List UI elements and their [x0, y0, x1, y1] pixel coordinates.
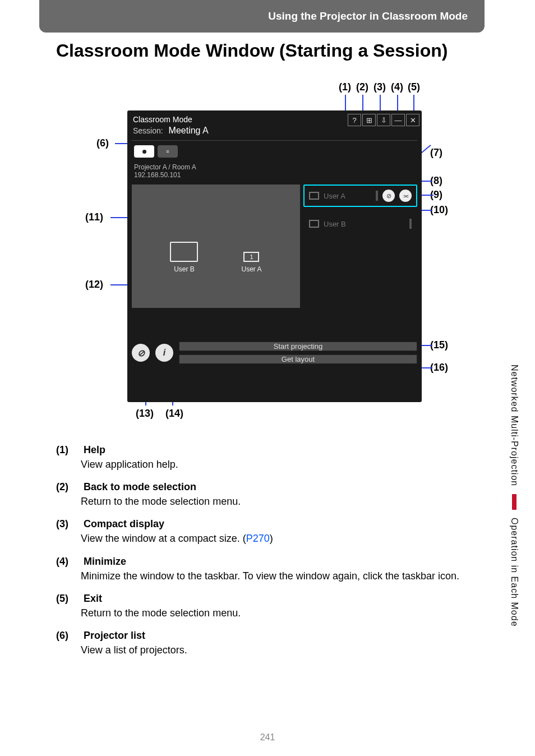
desc-num: (1)	[56, 442, 81, 457]
description-item: (2) Back to mode selection Return to the…	[56, 480, 485, 509]
desc-body: View application help.	[81, 457, 485, 472]
desc-num: (3)	[56, 517, 81, 531]
close-icon[interactable]: ✕	[406, 114, 419, 126]
projector-list-icon[interactable]: ≡	[158, 145, 178, 158]
user-item[interactable]: User A ⊘ ⫘	[303, 185, 417, 207]
desc-title: Back to mode selection	[84, 481, 196, 492]
layout-slot-2: 1 User A	[241, 252, 261, 273]
user-name: User B	[324, 220, 346, 228]
page-number: 241	[0, 732, 535, 743]
callout-14: (14)	[165, 408, 183, 420]
session-name: Meeting A	[169, 126, 209, 135]
desc-num: (4)	[56, 554, 81, 569]
card-icon: 1	[243, 252, 259, 262]
monitor-icon	[170, 242, 198, 262]
section-header: Using the Projector in Classroom Mode	[39, 0, 485, 33]
callout-12: (12)	[85, 279, 103, 291]
info-button[interactable]: i	[155, 344, 173, 362]
user-item[interactable]: User B	[303, 213, 417, 235]
desc-title: Compact display	[84, 518, 164, 529]
desc-num: (2)	[56, 480, 81, 494]
callout-1: (1)	[339, 81, 351, 93]
description-item: (3) Compact display View the window at a…	[56, 517, 485, 546]
projector-list-header: ≡ Projector A / Room A 192.168.50.101	[132, 140, 417, 179]
desc-body: Return to the mode selection menu.	[81, 494, 485, 509]
desc-title: Projector list	[84, 630, 145, 641]
page-title: Classroom Mode Window (Starting a Sessio…	[56, 40, 535, 61]
description-item: (4) Minimize Minimize the window to the …	[56, 554, 485, 583]
app-window: Classroom Mode Session: Meeting A ? ⊞ ⇩ …	[127, 110, 422, 402]
minimize-icon[interactable]: —	[391, 114, 405, 126]
sidebar-top: Networked Multi-Projection	[509, 365, 519, 486]
desc-title: Exit	[84, 593, 102, 604]
layout-slot-1-label: User B	[170, 265, 198, 273]
block-icon[interactable]: ⊘	[382, 190, 395, 202]
callout-10: (10)	[430, 204, 448, 216]
start-projecting-button[interactable]: Start projecting	[179, 342, 417, 351]
status-bar-icon	[409, 219, 412, 229]
desc-num: (5)	[56, 591, 81, 606]
divider-icon	[512, 494, 516, 510]
callout-15: (15)	[430, 339, 448, 351]
callout-4: (4)	[391, 81, 403, 93]
blank-button[interactable]: ⊘	[132, 344, 150, 362]
user-name: User A	[324, 192, 345, 200]
help-icon[interactable]: ?	[348, 114, 361, 126]
layout-preview[interactable]: User B 1 User A	[132, 185, 300, 308]
user-list: User A ⊘ ⫘ User B	[303, 185, 417, 308]
bottom-controls: ⊘ i Start projecting Get layout	[132, 342, 417, 364]
page-ref-link[interactable]: P270	[246, 533, 270, 544]
desc-body: Minimize the window to the taskbar. To v…	[81, 569, 485, 583]
projector-thumbnail-icon[interactable]	[134, 145, 154, 158]
section-header-text: Using the Projector in Classroom Mode	[268, 10, 468, 22]
status-bar-icon	[376, 191, 378, 201]
description-item: (1) Help View application help.	[56, 442, 485, 472]
desc-body: Return to the mode selection menu.	[81, 606, 485, 620]
description-item: (6) Projector list View a list of projec…	[56, 628, 485, 657]
app-titlebar: Classroom Mode Session: Meeting A ? ⊞ ⇩ …	[127, 110, 422, 138]
desc-title: Minimize	[84, 556, 126, 567]
layout-slot-1: User B	[170, 242, 198, 273]
titlebar-icons: ? ⊞ ⇩ — ✕	[348, 114, 419, 126]
sidebar-bottom: Operation in Each Mode	[509, 518, 519, 627]
projector-name: Projector A / Room A	[134, 163, 415, 171]
desc-body: View the window at a compact size. (P270…	[81, 531, 485, 546]
desc-title: Help	[84, 444, 105, 455]
callout-2: (2)	[356, 81, 368, 93]
sidebar-text: Networked Multi-Projection Operation in …	[509, 365, 519, 627]
callout-16: (16)	[430, 362, 448, 374]
projector-info: Projector A / Room A 192.168.50.101	[134, 163, 415, 179]
desc-body: View a list of projectors.	[81, 643, 485, 657]
callout-6: (6)	[96, 137, 109, 149]
description-list: (1) Help View application help. (2) Back…	[56, 442, 485, 657]
callout-11: (11)	[85, 211, 103, 223]
desc-num: (6)	[56, 628, 81, 643]
diagram: (1) (2) (3) (4) (5) (6) (7) (8) (9) (10)…	[66, 71, 469, 430]
description-item: (5) Exit Return to the mode selection me…	[56, 591, 485, 620]
callout-3: (3)	[373, 81, 386, 93]
compact-display-icon[interactable]: ⇩	[377, 114, 390, 126]
callout-7: (7)	[430, 147, 442, 159]
get-layout-button[interactable]: Get layout	[179, 354, 417, 364]
connect-icon[interactable]: ⫘	[399, 190, 412, 202]
callout-13: (13)	[136, 408, 154, 420]
session-row: Session: Meeting A	[133, 126, 416, 136]
projector-ip: 192.168.50.101	[134, 171, 415, 179]
layout-slot-2-label: User A	[241, 265, 261, 273]
monitor-icon	[309, 192, 319, 200]
mode-selection-icon[interactable]: ⊞	[362, 114, 376, 126]
session-prefix: Session:	[133, 126, 163, 135]
monitor-icon	[309, 220, 319, 228]
callout-5: (5)	[408, 81, 420, 93]
